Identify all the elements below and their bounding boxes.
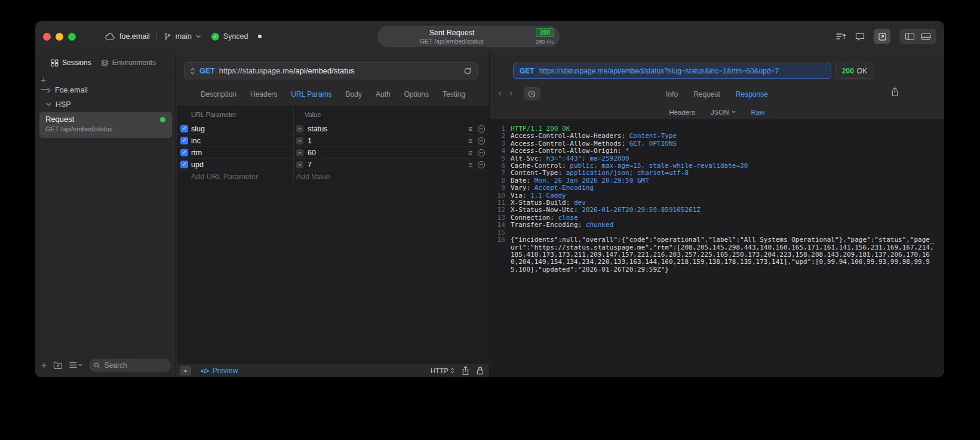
request-method[interactable]: GET	[199, 67, 215, 75]
response-tab-response[interactable]: Response	[736, 90, 768, 99]
add-url-parameter-field[interactable]: Add URL Parameter	[191, 173, 293, 181]
request-tab-description[interactable]: Description	[201, 90, 236, 99]
preview-button[interactable]: Preview	[213, 367, 238, 375]
param-rows: ✓slug=status≡✓inc=1≡✓rtm=60≡✓upd=7≡	[177, 123, 489, 171]
request-status-pill[interactable]: Sent Request GET /api/embed/status 200 2…	[377, 26, 560, 47]
comments-icon[interactable]	[855, 32, 865, 41]
close-window-button[interactable]	[43, 33, 51, 41]
add-value-field[interactable]: Add Value	[296, 173, 330, 181]
request-tab-bar: DescriptionHeadersURL ParamsBodyAuthOpti…	[177, 87, 489, 102]
column-header-value: Value	[305, 111, 321, 118]
param-name-field[interactable]: upd	[191, 161, 293, 169]
tree-group-label: Foe.email	[55, 86, 88, 94]
response-tab-info[interactable]: Info	[666, 90, 678, 99]
sync-status-label[interactable]: Synced	[223, 32, 248, 41]
drag-handle-icon[interactable]: ≡	[468, 125, 472, 133]
toggle-bottom-panel-button[interactable]	[921, 32, 931, 41]
line-number: 14	[494, 221, 505, 229]
response-line: 16{"incidents":null,"overall":{"code":"o…	[494, 236, 937, 273]
branch-name[interactable]: main	[176, 32, 192, 41]
export-response-button[interactable]	[891, 87, 899, 97]
response-header-name: Transfer-Encoding:	[511, 221, 586, 229]
request-tab-body[interactable]: Body	[346, 90, 362, 99]
sidebar-search[interactable]	[89, 359, 171, 372]
share-icon	[462, 366, 469, 376]
sent-request-url-box[interactable]: GET https://statuspage.me/api/embed/stat…	[513, 63, 831, 79]
search-icon	[94, 362, 100, 369]
unsaved-indicator-dot	[258, 35, 262, 38]
param-value-field[interactable]: 7	[308, 161, 312, 169]
response-view-json[interactable]: JSON	[711, 109, 736, 116]
row-actions: ≡	[468, 137, 489, 144]
protocol-selector[interactable]: HTTP	[431, 367, 454, 374]
request-tab-auth[interactable]: Auth	[376, 90, 391, 99]
response-header-name: X-Status-Build:	[511, 199, 574, 207]
param-enabled-checkbox[interactable]: ✓	[180, 161, 188, 168]
share-request-button[interactable]	[462, 366, 469, 376]
remove-param-button[interactable]	[478, 161, 485, 168]
new-request-button[interactable]: +	[41, 361, 47, 370]
divider	[156, 32, 157, 41]
table-header-row: URL Parameter Value	[177, 106, 489, 123]
tree-group-foe-email[interactable]: Foe.email	[47, 86, 88, 94]
response-header-value: h3=":443"; ma=2592000	[546, 155, 629, 162]
tab-environments[interactable]: Environments	[101, 59, 156, 67]
toggle-left-panel-button[interactable]	[905, 32, 915, 41]
expand-panel-button[interactable]: ▲	[180, 366, 191, 376]
send-request-button[interactable]	[463, 67, 472, 75]
minimize-window-button[interactable]	[56, 33, 63, 41]
detach-window-button[interactable]	[874, 29, 890, 44]
param-name-field[interactable]: rtm	[191, 149, 293, 157]
request-tab-headers[interactable]: Headers	[250, 90, 277, 99]
drag-handle-icon[interactable]: ≡	[468, 137, 472, 144]
param-name-field[interactable]: inc	[191, 137, 293, 145]
param-value-field[interactable]: 1	[308, 137, 312, 145]
remove-param-button[interactable]	[478, 149, 485, 156]
sidebar: Sessions Environments + Foe.email HSP Re…	[35, 52, 176, 377]
sort-lines-icon[interactable]	[835, 32, 846, 41]
param-enabled-checkbox[interactable]: ✓	[180, 125, 188, 133]
tree-group-hsp[interactable]: HSP	[46, 100, 71, 109]
response-header-value: public, max-age=15, stale-while-revalida…	[570, 162, 748, 170]
param-value-field[interactable]: 60	[308, 149, 316, 157]
request-tab-testing[interactable]: Testing	[443, 90, 465, 99]
request-success-dot	[160, 117, 165, 122]
chevron-right-icon	[47, 88, 51, 93]
drag-handle-icon[interactable]: ≡	[468, 161, 472, 168]
response-view-raw[interactable]: Raw	[751, 109, 765, 116]
request-tab-options[interactable]: Options	[404, 90, 429, 99]
request-url[interactable]: https://statuspage.me/api/embed/status	[219, 66, 355, 75]
response-view-headers[interactable]: Headers	[669, 109, 695, 116]
view-options-button[interactable]	[69, 362, 82, 368]
param-enabled-checkbox[interactable]: ✓	[180, 149, 188, 156]
lock-button[interactable]	[477, 366, 484, 375]
param-name-field[interactable]: slug	[191, 125, 293, 133]
param-enabled-checkbox[interactable]: ✓	[180, 137, 188, 144]
request-tab-url-params[interactable]: URL Params	[291, 90, 331, 99]
response-header-name: X-Status-Now-Utc:	[511, 206, 582, 214]
remove-param-button[interactable]	[478, 125, 485, 133]
app-window: foe.email main ✓ Synced Sent Request GET…	[35, 21, 944, 377]
url-param-row: ✓inc=1≡	[177, 135, 489, 147]
project-name[interactable]: foe.email	[119, 32, 150, 41]
response-raw-view: 1HTTP/1.1 200 OK2Access-Control-Allow-He…	[490, 119, 944, 377]
response-tab-request[interactable]: Request	[693, 90, 720, 99]
search-input[interactable]	[103, 361, 166, 370]
param-value-field[interactable]: status	[308, 125, 327, 133]
remove-param-button[interactable]	[478, 137, 485, 144]
line-number: 4	[494, 147, 505, 155]
url-param-row: ✓slug=status≡	[177, 123, 489, 135]
sidebar-request-item[interactable]: Request GET /api/embed/status	[39, 112, 172, 138]
sessions-grid-icon	[51, 59, 59, 67]
new-folder-button[interactable]	[53, 361, 63, 370]
equals-icon: =	[296, 137, 303, 144]
drag-handle-icon[interactable]: ≡	[468, 149, 472, 156]
tab-sessions[interactable]: Sessions	[51, 59, 91, 67]
git-branch-icon	[164, 32, 171, 41]
response-header-name: Via:	[511, 192, 530, 199]
response-header-value: Mon, 26 Jan 2026 20:29:59 GMT	[534, 177, 649, 184]
method-selector-icon[interactable]	[190, 67, 195, 75]
sidebar-add-button[interactable]: +	[41, 76, 46, 84]
zoom-window-button[interactable]	[68, 33, 76, 41]
request-url-bar[interactable]: GET https://statuspage.me/api/embed/stat…	[184, 62, 478, 79]
